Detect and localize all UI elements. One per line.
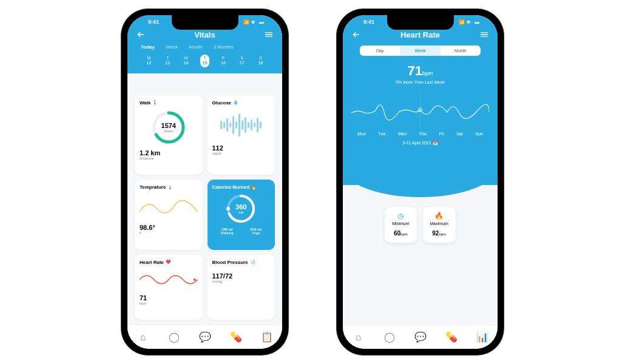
tab-month[interactable]: Month — [189, 44, 202, 50]
max-label: Maximum — [430, 221, 448, 226]
calendar-icon: 📅 — [433, 141, 438, 145]
walk-card[interactable]: Walk🚶 1574Steps 1.2 km Distance — [135, 95, 203, 175]
nav-home-icon[interactable]: ⌂ — [138, 332, 149, 343]
hr-content: ◷ Minimum 60bpm 🔥 Maximum 92bpm — [343, 185, 498, 325]
menu-icon[interactable] — [264, 30, 274, 39]
period-tabs: Today Week Month 3 Months — [136, 41, 274, 52]
glucose-unit: mg/dl — [212, 152, 271, 155]
nav-home-icon-2[interactable]: ⌂ — [353, 332, 364, 343]
hr-week-chart — [351, 92, 489, 128]
min-value: 60 — [394, 230, 400, 237]
day-18[interactable]: S18 — [256, 55, 266, 67]
bp-unit: mmhg — [212, 280, 271, 283]
nav-pills-icon[interactable]: 💊 — [231, 332, 242, 343]
day-14[interactable]: W14 — [181, 55, 191, 67]
nav-profile-icon[interactable]: ◯ — [169, 332, 180, 343]
week-label-fri[interactable]: Fri — [439, 132, 444, 136]
stat-cards: ◷ Minimum 60bpm 🔥 Maximum 92bpm — [343, 207, 498, 243]
max-value: 92 — [432, 230, 439, 237]
glucose-card[interactable]: Glucose💧 112 mg/dl — [208, 95, 275, 175]
min-card[interactable]: ◷ Minimum 60bpm — [385, 207, 416, 243]
status-time: 9:41 — [148, 19, 159, 25]
hr-unit: bpm — [140, 302, 198, 305]
status-icons — [243, 19, 264, 25]
nav-clipboard-icon[interactable]: 📋 — [262, 332, 272, 343]
tab-week[interactable]: Week — [166, 44, 178, 50]
seg-week[interactable]: Week — [400, 46, 440, 56]
thermometer-icon: 🌡️ — [167, 185, 173, 190]
phone-heart-rate: 9:41 Heart Rate Day Week Month 71bpm 5% … — [337, 9, 504, 355]
calories-card[interactable]: Calories Burned🔥 360cal 150 calWalking21… — [208, 180, 275, 249]
gauge-min-icon: ◷ — [392, 212, 409, 220]
seg-month[interactable]: Month — [441, 46, 481, 56]
wifi-icon — [251, 19, 257, 25]
menu-icon-2[interactable] — [479, 30, 489, 39]
screen-vitals: 9:41 Vitals Today Week Month 3 Months M1… — [127, 15, 282, 349]
heart-rate-card[interactable]: Heart Rate❤️ 71 bpm — [135, 255, 203, 320]
tab-3months[interactable]: 3 Months — [214, 44, 234, 50]
nav-stats-icon-2[interactable]: 📊 — [477, 332, 488, 343]
nav-chat-icon[interactable]: 💬 — [200, 332, 211, 343]
temperature-card[interactable]: Temprature🌡️ 98.6° F — [135, 180, 203, 249]
svg-point-6 — [194, 278, 196, 281]
bottom-nav-2: ⌂ ◯ 💬 💊 📊 — [343, 325, 498, 349]
blood-pressure-card[interactable]: Blood Pressure🩺 117/72 mmhg — [208, 255, 275, 320]
week-label-sat[interactable]: Sat — [456, 132, 463, 136]
day-17[interactable]: S17 — [237, 55, 247, 67]
walk-distance-label: Distance — [140, 157, 198, 160]
hr-subtitle: 5% More Then Last Week — [351, 80, 489, 84]
date-range[interactable]: 5-11 April 2021 📅 — [351, 141, 489, 146]
calories-title: Calories Burned🔥 — [212, 184, 271, 190]
page-title: Vitals — [194, 30, 215, 39]
nav-row: Vitals — [136, 29, 274, 41]
flame-max-icon: 🔥 — [430, 212, 448, 220]
flame-icon: 🔥 — [251, 185, 257, 190]
vitals-grid[interactable]: Walk🚶 1574Steps 1.2 km Distance Glucose💧… — [127, 73, 282, 325]
day-13[interactable]: T13 — [163, 55, 172, 67]
back-icon-2[interactable] — [351, 30, 361, 39]
bottom-nav: ⌂ ◯ 💬 💊 📋 — [127, 325, 282, 349]
signal-icon — [243, 19, 249, 25]
day-15[interactable]: T15 — [200, 55, 210, 67]
temp-unit: F — [140, 231, 198, 235]
hr-header: 9:41 Heart Rate Day Week Month 71bpm 5% … — [343, 15, 498, 185]
max-card[interactable]: 🔥 Maximum 92bpm — [423, 207, 456, 243]
bp-icon: 🩺 — [250, 260, 255, 265]
signal-icon-2 — [459, 19, 465, 25]
day-16[interactable]: F16 — [218, 55, 228, 67]
tab-today[interactable]: Today — [141, 44, 155, 50]
seg-day[interactable]: Day — [360, 46, 400, 56]
week-label-wed[interactable]: Wed — [398, 132, 407, 136]
svg-point-5 — [226, 207, 230, 211]
nav-pills-icon-2[interactable]: 💊 — [446, 332, 457, 343]
glucose-value: 112 — [212, 144, 271, 152]
hr-title: Heart Rate❤️ — [140, 260, 198, 265]
walk-icon: 🚶 — [152, 100, 158, 105]
min-label: Minimum — [392, 221, 409, 226]
temp-title: Temprature🌡️ — [140, 184, 198, 190]
week-label-sun[interactable]: Sun — [475, 132, 482, 136]
week-label-thu[interactable]: Thu — [419, 132, 427, 136]
hr-summary: 71bpm 5% More Then Last Week — [351, 63, 489, 84]
temp-value: 98.6° — [140, 224, 198, 231]
hr-big-unit: bpm — [422, 70, 433, 76]
nav-row-2: Heart Rate — [351, 29, 489, 41]
nav-chat-icon-2[interactable]: 💬 — [415, 332, 426, 343]
max-unit: bpm — [439, 232, 446, 236]
battery-icon-2 — [475, 19, 479, 25]
day-12[interactable]: M12 — [144, 55, 154, 67]
back-icon[interactable] — [136, 30, 146, 39]
bp-value: 117/72 — [212, 272, 271, 280]
walk-distance: 1.2 km — [140, 149, 198, 157]
hr-value: 71 — [140, 294, 198, 302]
walk-steps-label: Steps — [161, 129, 176, 133]
segment-control: Day Week Month — [360, 46, 481, 56]
glucose-icon: 💧 — [233, 100, 238, 105]
battery-icon — [259, 19, 264, 25]
glucose-title: Glucose💧 — [212, 100, 271, 106]
week-label-mon[interactable]: Mon — [357, 132, 366, 136]
week-label-tue[interactable]: Tue — [378, 132, 385, 136]
status-icons-2 — [459, 19, 479, 25]
nav-profile-icon-2[interactable]: ◯ — [384, 332, 395, 343]
calories-unit: cal — [235, 211, 246, 214]
